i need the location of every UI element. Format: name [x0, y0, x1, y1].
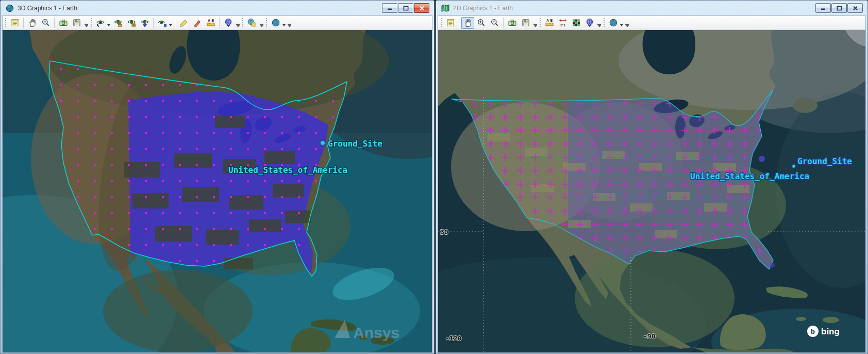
- minimize-button[interactable]: [382, 3, 397, 13]
- toolbar-grip[interactable]: [603, 18, 606, 28]
- bing-logo: b bing: [807, 326, 840, 337]
- window-controls: [382, 3, 429, 13]
- hand-icon: [28, 18, 37, 27]
- maximize-button[interactable]: [831, 3, 847, 13]
- toolbar-grip[interactable]: [5, 18, 7, 28]
- titlebar-2d[interactable]: 2D Graphics 1 - Earth: [436, 1, 867, 15]
- window-title: 3D Graphics 1 - Earth: [18, 5, 77, 12]
- ruler-ab-icon: AB: [206, 18, 215, 27]
- window-controls: [815, 3, 863, 13]
- close-icon: [420, 6, 424, 10]
- camera-icon: [508, 18, 517, 27]
- annotate-button[interactable]: [191, 17, 204, 29]
- bing-logo-text: bing: [821, 327, 840, 336]
- scale-button[interactable]: 2:1: [556, 17, 569, 29]
- nadir-view-button[interactable]: [138, 17, 151, 29]
- toolbar-separator: [459, 18, 459, 28]
- window-title: 2D Graphics 1 - Earth: [453, 5, 513, 12]
- save-image-button[interactable]: [519, 17, 532, 29]
- titlebar-3d[interactable]: 3D Graphics 1 - Earth: [1, 1, 434, 15]
- highlight-button[interactable]: [177, 17, 190, 29]
- measure-button[interactable]: AB: [543, 17, 556, 29]
- eye-north-icon: N: [127, 18, 136, 27]
- view-list-button[interactable]: [156, 17, 169, 29]
- camera-icon: [59, 18, 68, 27]
- eye-nadir-icon: [140, 18, 149, 27]
- globe-options-button[interactable]: [583, 17, 596, 29]
- toolbar-separator: [23, 18, 24, 28]
- earth-globe-icon: [271, 18, 280, 27]
- save-image-button[interactable]: [70, 17, 83, 29]
- snapshot-button[interactable]: [57, 17, 70, 29]
- country-label: United_States_of_America: [228, 165, 347, 175]
- notepad-icon: [10, 18, 20, 27]
- toolbar-separator: [503, 18, 504, 28]
- toolbar-grip[interactable]: [265, 18, 268, 28]
- toolbar-grip[interactable]: [539, 18, 542, 28]
- measure-button[interactable]: AB: [204, 17, 217, 29]
- dropdown-caret[interactable]: [282, 24, 286, 26]
- ground-site-marker[interactable]: [792, 165, 796, 168]
- ground-site-label: Ground_Site: [797, 156, 852, 166]
- zoom-button[interactable]: [39, 17, 52, 29]
- maximize-button[interactable]: [398, 3, 413, 13]
- globe-options-button[interactable]: [222, 17, 235, 29]
- toolbar-2d: AB 2:1: [438, 16, 865, 30]
- north-up-button[interactable]: N: [125, 17, 138, 29]
- eye-arrow-icon: [96, 18, 105, 27]
- dropdown-caret[interactable]: [169, 24, 172, 26]
- ground-site-marker[interactable]: [321, 141, 325, 146]
- grid-checker-icon: [572, 18, 581, 27]
- notepad-icon: [446, 18, 455, 27]
- toolbar-separator: [175, 18, 175, 28]
- toolbar-overflow-button[interactable]: [259, 17, 264, 29]
- toolbar-overflow-button[interactable]: [596, 17, 602, 29]
- properties-button[interactable]: [444, 17, 457, 29]
- magnifier-plus-icon: [477, 18, 486, 27]
- globe-manager-button[interactable]: [245, 17, 258, 29]
- grid-button[interactable]: [570, 17, 582, 29]
- magnifier-plus-icon: [41, 18, 51, 27]
- properties-button[interactable]: [8, 17, 21, 29]
- imagery-button[interactable]: [607, 17, 620, 29]
- toolbar-overflow-button[interactable]: [624, 17, 630, 29]
- map-2d-icon: [441, 4, 449, 12]
- pan-button[interactable]: [26, 17, 39, 29]
- toolbar-overflow-button[interactable]: [532, 17, 538, 29]
- toolbar-overflow-button[interactable]: [84, 17, 89, 29]
- window-3d-graphics: 3D Graphics 1 - Earth: [0, 0, 435, 354]
- floppy-icon: [521, 18, 530, 27]
- toolbar-3d: N AB: [3, 16, 432, 30]
- maximize-icon: [837, 6, 841, 10]
- ground-site-label: Ground_Site: [328, 139, 382, 149]
- toolbar-grip[interactable]: [440, 18, 443, 28]
- imagery-button[interactable]: [269, 17, 282, 29]
- toolbar-overflow-button[interactable]: [287, 17, 292, 29]
- desktop: 3D Graphics 1 - Earth: [0, 0, 868, 354]
- map-2d-viewport[interactable]: 30 -120 -90 Ground_Site United_States_of…: [438, 30, 865, 352]
- svg-text:Ansys: Ansys: [353, 324, 399, 341]
- snapshot-button[interactable]: [506, 17, 519, 29]
- svg-text:A: A: [546, 19, 549, 22]
- zoom-out-button[interactable]: [488, 17, 501, 29]
- floppy-icon: [72, 18, 81, 27]
- close-button[interactable]: [847, 3, 863, 13]
- toolbar-overflow-button[interactable]: [235, 17, 241, 29]
- svg-text:B: B: [550, 19, 553, 22]
- blue-globe-icon: [585, 18, 594, 27]
- pencil-icon: [193, 18, 202, 27]
- pan-button[interactable]: [461, 17, 474, 29]
- highlighter-icon: [179, 18, 189, 27]
- zoom-in-button[interactable]: [475, 17, 488, 29]
- view-from-button[interactable]: [94, 17, 107, 29]
- dropdown-caret[interactable]: [620, 24, 623, 26]
- close-button[interactable]: [414, 3, 429, 13]
- minimize-button[interactable]: [815, 3, 831, 13]
- toolbar-grip[interactable]: [90, 18, 93, 28]
- minimize-icon: [388, 9, 392, 10]
- toolbar-grip[interactable]: [242, 18, 244, 28]
- maximize-icon: [404, 6, 408, 10]
- home-view-button[interactable]: [111, 17, 124, 29]
- dropdown-caret[interactable]: [107, 24, 110, 26]
- map-3d-viewport[interactable]: Ground_Site United_States_of_America Ans…: [3, 30, 432, 352]
